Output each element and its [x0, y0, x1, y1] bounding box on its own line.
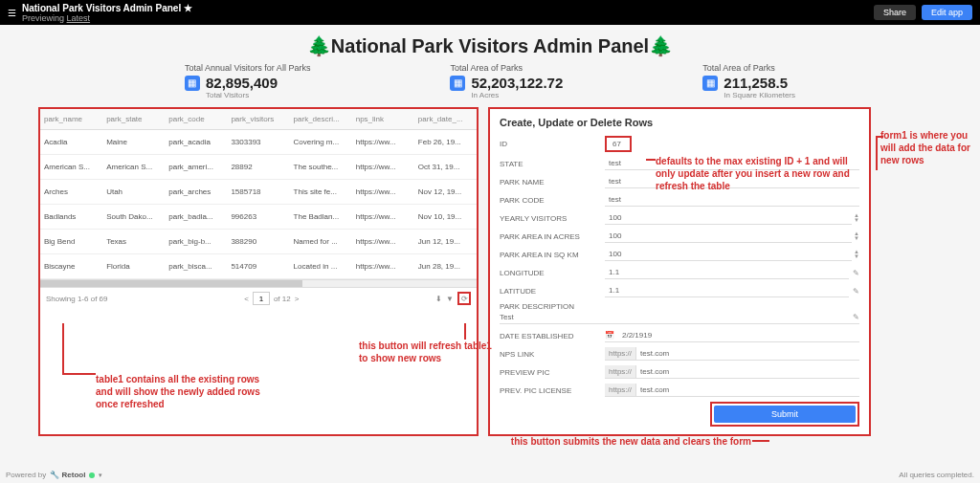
anno-submit: this button submits the new data and cle…	[407, 435, 751, 448]
anno-table1: table1 contains all the existing rows an…	[96, 373, 278, 410]
preview-link[interactable]: Latest	[67, 13, 91, 23]
column-header[interactable]: nps_link	[352, 109, 414, 129]
metrics-row: Total Annual Visitors for All Parks▦82,8…	[0, 63, 980, 107]
park-code-field[interactable]	[605, 193, 859, 207]
share-button[interactable]: Share	[874, 5, 916, 20]
table-row[interactable]: ArchesUtahpark_arches1585718This site fe…	[40, 180, 477, 205]
column-header[interactable]: park_date_...	[414, 109, 477, 129]
download-icon[interactable]: ⬇	[435, 295, 442, 303]
column-header[interactable]: park_descri...	[290, 109, 352, 129]
calendar-icon[interactable]: 📅	[605, 331, 614, 340]
metric-icon: ▦	[450, 76, 465, 91]
date-field[interactable]	[618, 329, 859, 341]
total-pages: of 12	[274, 295, 291, 303]
license-field[interactable]	[636, 384, 859, 396]
acres-field[interactable]	[605, 230, 852, 243]
column-header[interactable]: park_visitors	[227, 109, 289, 129]
table-range: Showing 1-6 of 69	[46, 295, 108, 303]
edit-app-button[interactable]: Edit app	[922, 5, 972, 20]
column-header[interactable]: park_state	[102, 109, 165, 129]
id-field[interactable]	[609, 138, 628, 150]
retool-brand: 🔧 Retool	[50, 471, 85, 479]
refresh-button[interactable]: ⟳	[457, 292, 471, 305]
stepper[interactable]: ▲▼	[854, 213, 859, 223]
next-page[interactable]: >	[295, 295, 300, 303]
anno-form1: form1 is where you will add the data for…	[880, 129, 971, 166]
page-title: 🌲National Park Visitors Admin Panel🌲	[0, 25, 980, 63]
prev-page[interactable]: <	[244, 295, 249, 303]
menu-icon[interactable]: ☰	[8, 8, 16, 18]
metric-icon: ▦	[185, 76, 200, 91]
form-title: Create, Update or Delete Rows	[500, 117, 859, 128]
preview-field[interactable]	[636, 365, 859, 378]
pencil-icon[interactable]: ✎	[853, 269, 859, 277]
table-row[interactable]: American S...American S...park_ameri...2…	[40, 155, 477, 180]
desc-field[interactable]: Test	[500, 313, 514, 321]
nps-field[interactable]	[636, 347, 859, 360]
lon-field[interactable]	[605, 266, 849, 279]
anno-id: defaults to the max existing ID + 1 and …	[656, 155, 866, 192]
topbar: ☰ National Park Visitors Admin Panel ★ P…	[0, 0, 980, 25]
submit-button[interactable]: Submit	[714, 406, 856, 423]
h-scrollbar[interactable]	[40, 279, 477, 287]
table-row[interactable]: BadlandsSouth Dako...park_badla...996263…	[40, 205, 477, 230]
column-header[interactable]: park_code	[165, 109, 227, 129]
table-row[interactable]: Big BendTexaspark_big-b...388290Named fo…	[40, 230, 477, 254]
chevron-down-icon[interactable]: ▾	[99, 472, 102, 479]
yearly-field[interactable]	[605, 211, 852, 225]
sqkm-field[interactable]	[605, 248, 852, 261]
column-header[interactable]: park_name	[40, 109, 102, 129]
metric-icon: ▦	[702, 76, 718, 91]
queries-status: All queries completed.	[899, 471, 974, 479]
lat-field[interactable]	[605, 284, 849, 297]
footer: Powered by 🔧 Retool ▾	[6, 471, 102, 479]
table-row[interactable]: BiscayneFloridapark_bisca...514709Locate…	[40, 254, 477, 279]
star-icon[interactable]: ★	[184, 3, 192, 13]
table-row[interactable]: AcadiaMainepark_acadia3303393Covering m.…	[40, 130, 477, 155]
app-title: National Park Visitors Admin Panel	[22, 3, 181, 13]
page-input[interactable]	[253, 292, 270, 305]
filter-icon[interactable]: ▼	[446, 295, 454, 303]
status-dot	[89, 472, 95, 478]
anno-refresh: this button will refresh table1 to show …	[359, 340, 493, 364]
